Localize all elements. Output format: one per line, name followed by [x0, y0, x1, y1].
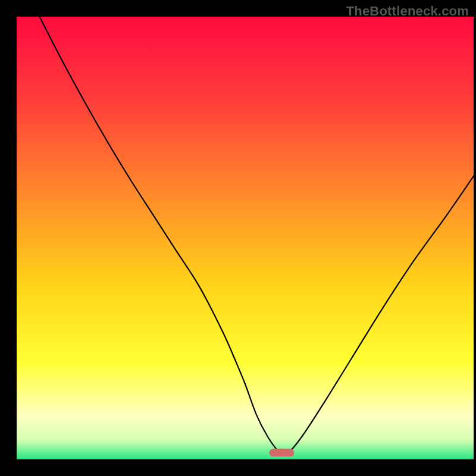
gradient-background	[17, 17, 474, 459]
optimal-marker	[269, 449, 294, 456]
watermark-text: TheBottleneck.com	[346, 4, 469, 19]
chart-frame: TheBottleneck.com	[0, 0, 476, 476]
bottleneck-chart	[0, 0, 476, 476]
